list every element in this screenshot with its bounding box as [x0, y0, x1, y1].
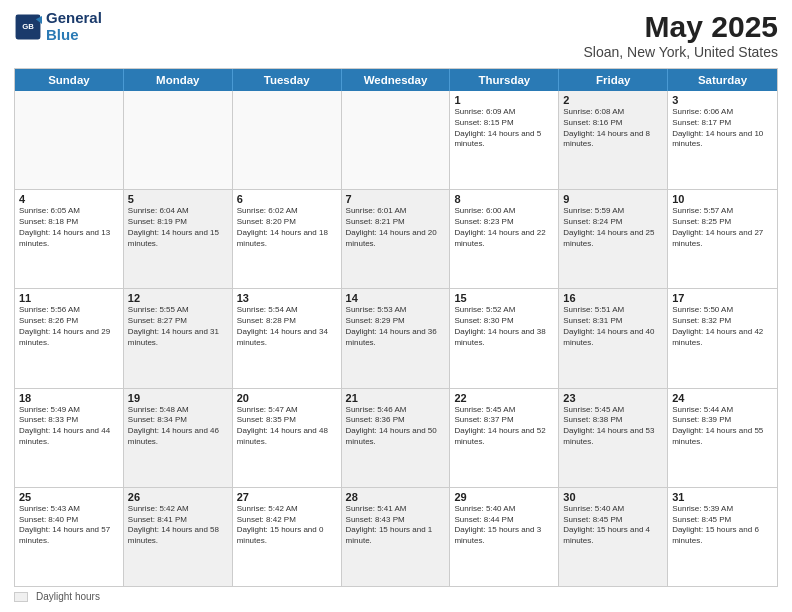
day-info: Sunrise: 5:51 AM Sunset: 8:31 PM Dayligh… [563, 305, 663, 348]
calendar-cell-30: 30Sunrise: 5:40 AM Sunset: 8:45 PM Dayli… [559, 488, 668, 586]
header-day-saturday: Saturday [668, 69, 777, 91]
calendar-week-4: 25Sunrise: 5:43 AM Sunset: 8:40 PM Dayli… [15, 487, 777, 586]
day-number: 6 [237, 193, 337, 205]
calendar-cell-13: 13Sunrise: 5:54 AM Sunset: 8:28 PM Dayli… [233, 289, 342, 387]
day-info: Sunrise: 6:01 AM Sunset: 8:21 PM Dayligh… [346, 206, 446, 249]
day-number: 8 [454, 193, 554, 205]
day-info: Sunrise: 5:45 AM Sunset: 8:37 PM Dayligh… [454, 405, 554, 448]
day-info: Sunrise: 5:54 AM Sunset: 8:28 PM Dayligh… [237, 305, 337, 348]
calendar-cell-22: 22Sunrise: 5:45 AM Sunset: 8:37 PM Dayli… [450, 389, 559, 487]
legend: Daylight hours [14, 591, 778, 602]
calendar-cell-12: 12Sunrise: 5:55 AM Sunset: 8:27 PM Dayli… [124, 289, 233, 387]
day-number: 12 [128, 292, 228, 304]
calendar-cell-empty-00 [15, 91, 124, 189]
calendar-cell-9: 9Sunrise: 5:59 AM Sunset: 8:24 PM Daylig… [559, 190, 668, 288]
calendar-cell-6: 6Sunrise: 6:02 AM Sunset: 8:20 PM Daylig… [233, 190, 342, 288]
calendar-cell-1: 1Sunrise: 6:09 AM Sunset: 8:15 PM Daylig… [450, 91, 559, 189]
logo-icon: GB [14, 13, 42, 41]
day-info: Sunrise: 6:05 AM Sunset: 8:18 PM Dayligh… [19, 206, 119, 249]
page: GB General Blue May 2025 Sloan, New York… [0, 0, 792, 612]
day-number: 17 [672, 292, 773, 304]
day-info: Sunrise: 5:53 AM Sunset: 8:29 PM Dayligh… [346, 305, 446, 348]
calendar-cell-23: 23Sunrise: 5:45 AM Sunset: 8:38 PM Dayli… [559, 389, 668, 487]
day-number: 26 [128, 491, 228, 503]
header-day-friday: Friday [559, 69, 668, 91]
calendar-cell-3: 3Sunrise: 6:06 AM Sunset: 8:17 PM Daylig… [668, 91, 777, 189]
calendar-cell-11: 11Sunrise: 5:56 AM Sunset: 8:26 PM Dayli… [15, 289, 124, 387]
calendar-week-3: 18Sunrise: 5:49 AM Sunset: 8:33 PM Dayli… [15, 388, 777, 487]
calendar: SundayMondayTuesdayWednesdayThursdayFrid… [14, 68, 778, 587]
calendar-cell-26: 26Sunrise: 5:42 AM Sunset: 8:41 PM Dayli… [124, 488, 233, 586]
day-number: 18 [19, 392, 119, 404]
day-number: 23 [563, 392, 663, 404]
day-number: 4 [19, 193, 119, 205]
day-number: 16 [563, 292, 663, 304]
header: GB General Blue May 2025 Sloan, New York… [14, 10, 778, 60]
calendar-cell-17: 17Sunrise: 5:50 AM Sunset: 8:32 PM Dayli… [668, 289, 777, 387]
day-number: 14 [346, 292, 446, 304]
day-info: Sunrise: 5:40 AM Sunset: 8:45 PM Dayligh… [563, 504, 663, 547]
day-info: Sunrise: 5:44 AM Sunset: 8:39 PM Dayligh… [672, 405, 773, 448]
day-info: Sunrise: 5:56 AM Sunset: 8:26 PM Dayligh… [19, 305, 119, 348]
calendar-cell-4: 4Sunrise: 6:05 AM Sunset: 8:18 PM Daylig… [15, 190, 124, 288]
calendar-week-1: 4Sunrise: 6:05 AM Sunset: 8:18 PM Daylig… [15, 189, 777, 288]
calendar-cell-21: 21Sunrise: 5:46 AM Sunset: 8:36 PM Dayli… [342, 389, 451, 487]
legend-label: Daylight hours [36, 591, 100, 602]
logo-text: General Blue [46, 10, 102, 43]
calendar-cell-25: 25Sunrise: 5:43 AM Sunset: 8:40 PM Dayli… [15, 488, 124, 586]
day-number: 11 [19, 292, 119, 304]
calendar-cell-10: 10Sunrise: 5:57 AM Sunset: 8:25 PM Dayli… [668, 190, 777, 288]
calendar-cell-empty-03 [342, 91, 451, 189]
day-info: Sunrise: 5:46 AM Sunset: 8:36 PM Dayligh… [346, 405, 446, 448]
day-info: Sunrise: 5:55 AM Sunset: 8:27 PM Dayligh… [128, 305, 228, 348]
header-day-thursday: Thursday [450, 69, 559, 91]
day-info: Sunrise: 5:45 AM Sunset: 8:38 PM Dayligh… [563, 405, 663, 448]
calendar-cell-31: 31Sunrise: 5:39 AM Sunset: 8:45 PM Dayli… [668, 488, 777, 586]
title-block: May 2025 Sloan, New York, United States [583, 10, 778, 60]
calendar-cell-5: 5Sunrise: 6:04 AM Sunset: 8:19 PM Daylig… [124, 190, 233, 288]
calendar-body: 1Sunrise: 6:09 AM Sunset: 8:15 PM Daylig… [15, 91, 777, 586]
calendar-cell-20: 20Sunrise: 5:47 AM Sunset: 8:35 PM Dayli… [233, 389, 342, 487]
day-number: 30 [563, 491, 663, 503]
calendar-week-2: 11Sunrise: 5:56 AM Sunset: 8:26 PM Dayli… [15, 288, 777, 387]
day-info: Sunrise: 5:43 AM Sunset: 8:40 PM Dayligh… [19, 504, 119, 547]
day-info: Sunrise: 5:52 AM Sunset: 8:30 PM Dayligh… [454, 305, 554, 348]
day-info: Sunrise: 6:09 AM Sunset: 8:15 PM Dayligh… [454, 107, 554, 150]
calendar-cell-14: 14Sunrise: 5:53 AM Sunset: 8:29 PM Dayli… [342, 289, 451, 387]
day-number: 3 [672, 94, 773, 106]
calendar-cell-2: 2Sunrise: 6:08 AM Sunset: 8:16 PM Daylig… [559, 91, 668, 189]
calendar-cell-7: 7Sunrise: 6:01 AM Sunset: 8:21 PM Daylig… [342, 190, 451, 288]
day-info: Sunrise: 5:39 AM Sunset: 8:45 PM Dayligh… [672, 504, 773, 547]
day-info: Sunrise: 5:59 AM Sunset: 8:24 PM Dayligh… [563, 206, 663, 249]
day-number: 5 [128, 193, 228, 205]
day-info: Sunrise: 5:48 AM Sunset: 8:34 PM Dayligh… [128, 405, 228, 448]
day-number: 28 [346, 491, 446, 503]
svg-text:GB: GB [22, 21, 34, 30]
calendar-cell-19: 19Sunrise: 5:48 AM Sunset: 8:34 PM Dayli… [124, 389, 233, 487]
day-number: 19 [128, 392, 228, 404]
day-info: Sunrise: 5:42 AM Sunset: 8:42 PM Dayligh… [237, 504, 337, 547]
calendar-cell-15: 15Sunrise: 5:52 AM Sunset: 8:30 PM Dayli… [450, 289, 559, 387]
day-info: Sunrise: 6:00 AM Sunset: 8:23 PM Dayligh… [454, 206, 554, 249]
day-info: Sunrise: 6:02 AM Sunset: 8:20 PM Dayligh… [237, 206, 337, 249]
day-number: 31 [672, 491, 773, 503]
calendar-cell-18: 18Sunrise: 5:49 AM Sunset: 8:33 PM Dayli… [15, 389, 124, 487]
day-number: 20 [237, 392, 337, 404]
calendar-cell-29: 29Sunrise: 5:40 AM Sunset: 8:44 PM Dayli… [450, 488, 559, 586]
calendar-cell-empty-01 [124, 91, 233, 189]
calendar-week-0: 1Sunrise: 6:09 AM Sunset: 8:15 PM Daylig… [15, 91, 777, 189]
subtitle: Sloan, New York, United States [583, 44, 778, 60]
day-number: 29 [454, 491, 554, 503]
day-info: Sunrise: 6:08 AM Sunset: 8:16 PM Dayligh… [563, 107, 663, 150]
day-number: 2 [563, 94, 663, 106]
calendar-cell-8: 8Sunrise: 6:00 AM Sunset: 8:23 PM Daylig… [450, 190, 559, 288]
day-info: Sunrise: 5:50 AM Sunset: 8:32 PM Dayligh… [672, 305, 773, 348]
day-number: 7 [346, 193, 446, 205]
day-number: 10 [672, 193, 773, 205]
day-info: Sunrise: 5:49 AM Sunset: 8:33 PM Dayligh… [19, 405, 119, 448]
day-number: 1 [454, 94, 554, 106]
legend-box [14, 592, 28, 602]
day-info: Sunrise: 5:40 AM Sunset: 8:44 PM Dayligh… [454, 504, 554, 547]
header-day-wednesday: Wednesday [342, 69, 451, 91]
day-number: 15 [454, 292, 554, 304]
